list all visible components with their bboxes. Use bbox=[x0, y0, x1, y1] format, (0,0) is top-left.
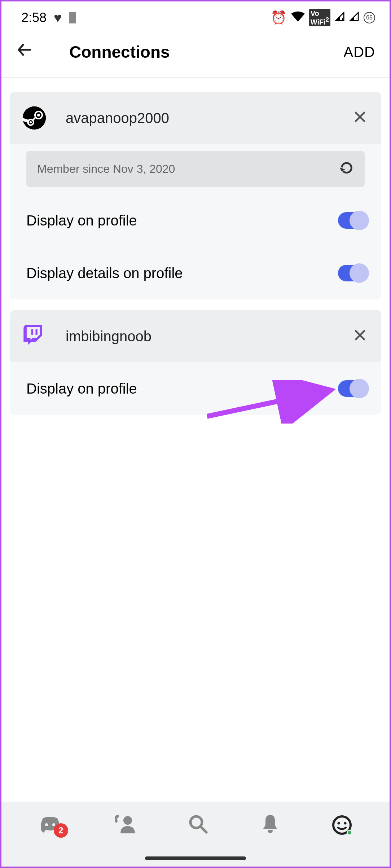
status-right: ⏰ VoWiFi2 ! ! 65 bbox=[271, 9, 375, 26]
page-title: Connections bbox=[69, 42, 170, 62]
svg-text:!: ! bbox=[342, 16, 343, 21]
display-details-toggle[interactable] bbox=[338, 265, 368, 281]
nav-search-button[interactable] bbox=[189, 815, 208, 835]
steam-icon bbox=[23, 106, 46, 130]
content: avapanoop2000 Member since Nov 3, 2020 D… bbox=[1, 78, 390, 440]
status-time: 2:58 bbox=[21, 10, 47, 25]
svg-point-4 bbox=[37, 114, 40, 117]
battery-icon bbox=[69, 12, 76, 23]
signal-icon-1: ! bbox=[335, 11, 345, 25]
svg-line-13 bbox=[201, 827, 206, 832]
svg-point-11 bbox=[123, 816, 132, 825]
nav-friends-button[interactable] bbox=[115, 815, 135, 835]
nav-home-button[interactable]: 2 bbox=[39, 817, 61, 833]
svg-rect-7 bbox=[31, 329, 33, 335]
connection-header: imbibingnoob bbox=[10, 310, 381, 362]
signal-icon-2: ! bbox=[349, 11, 359, 25]
member-since-row: Member since Nov 3, 2020 bbox=[26, 151, 365, 187]
svg-point-16 bbox=[344, 822, 347, 824]
twitch-icon bbox=[23, 325, 46, 348]
toggle-knob bbox=[350, 379, 369, 398]
svg-point-15 bbox=[338, 822, 340, 824]
connection-card-twitch: imbibingnoob Display on profile bbox=[10, 310, 381, 415]
connection-header-left: imbibingnoob bbox=[23, 325, 151, 348]
display-on-profile-toggle[interactable] bbox=[338, 212, 368, 229]
refresh-icon[interactable] bbox=[339, 160, 354, 178]
add-button[interactable]: ADD bbox=[344, 44, 375, 60]
vowifi-badge: VoWiFi2 bbox=[309, 9, 330, 26]
header-left: Connections bbox=[16, 41, 170, 63]
remove-connection-button[interactable] bbox=[353, 327, 366, 345]
connection-header: avapanoop2000 bbox=[10, 92, 381, 144]
toggle-knob bbox=[350, 263, 369, 283]
alarm-icon: ⏰ bbox=[271, 10, 287, 25]
back-button[interactable] bbox=[16, 41, 33, 63]
nav-badge: 2 bbox=[54, 823, 68, 838]
connection-username: imbibingnoob bbox=[66, 328, 151, 345]
status-bar: 2:58 ♥ ⏰ VoWiFi2 ! ! 65 bbox=[1, 1, 390, 34]
setting-label: Display on profile bbox=[26, 212, 137, 229]
battery-percent-badge: 65 bbox=[364, 12, 375, 23]
setting-label: Display on profile bbox=[26, 381, 137, 397]
setting-row: Display details on profile bbox=[10, 247, 381, 299]
member-since-text: Member since Nov 3, 2020 bbox=[37, 162, 175, 176]
nav-profile-button[interactable] bbox=[332, 815, 352, 835]
connection-username: avapanoop2000 bbox=[66, 110, 169, 126]
remove-connection-button[interactable] bbox=[353, 109, 366, 127]
status-left: 2:58 ♥ bbox=[21, 10, 76, 26]
heart-icon: ♥ bbox=[54, 10, 62, 26]
wifi-icon bbox=[291, 10, 305, 25]
display-on-profile-toggle[interactable] bbox=[338, 380, 368, 397]
setting-row: Display on profile bbox=[10, 194, 381, 247]
svg-text:!: ! bbox=[356, 16, 358, 21]
setting-row: Display on profile bbox=[10, 362, 381, 415]
home-indicator[interactable] bbox=[145, 856, 246, 860]
connection-card-steam: avapanoop2000 Member since Nov 3, 2020 D… bbox=[10, 92, 381, 299]
connection-header-left: avapanoop2000 bbox=[23, 106, 169, 130]
setting-label: Display details on profile bbox=[26, 265, 183, 281]
app-header: Connections ADD bbox=[1, 34, 390, 78]
toggle-knob bbox=[350, 211, 369, 230]
svg-rect-8 bbox=[36, 329, 38, 335]
nav-notifications-button[interactable] bbox=[262, 815, 278, 835]
svg-point-6 bbox=[30, 121, 32, 123]
